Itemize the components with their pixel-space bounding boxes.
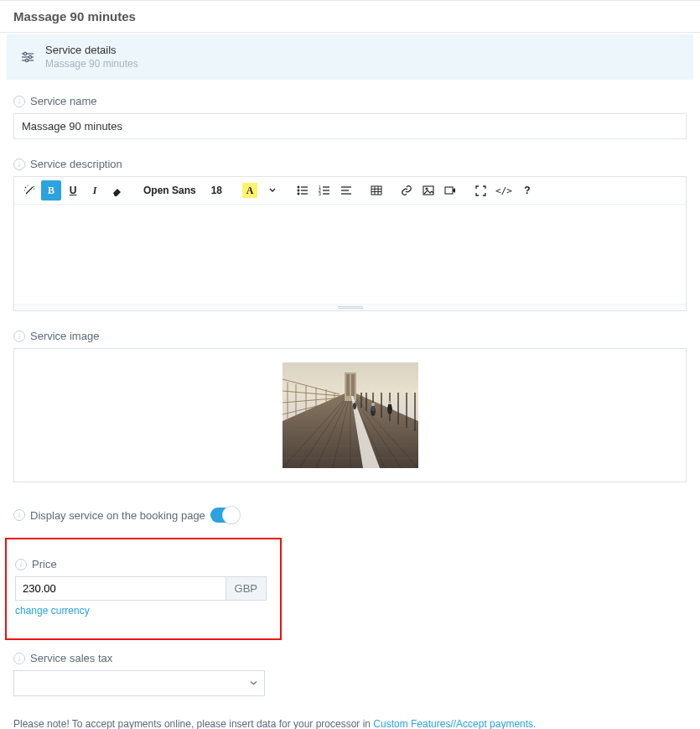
custom-features-link[interactable]: Custom Features//Accept payments. — [373, 718, 536, 729]
service-details-banner: Service details Massage 90 minutes — [7, 34, 693, 80]
service-image-preview — [283, 362, 418, 468]
underline-button[interactable]: U — [63, 180, 83, 200]
code-button[interactable]: </> — [492, 180, 516, 200]
svg-point-1 — [23, 53, 26, 55]
list-ol-button[interactable]: 123 — [314, 180, 334, 200]
text-color-button[interactable]: A — [239, 180, 261, 200]
note-text: Please note! To accept payments online, … — [13, 718, 373, 729]
service-description-label: Service description — [30, 158, 122, 170]
fullscreen-button[interactable] — [470, 180, 490, 200]
svg-rect-21 — [371, 186, 381, 195]
service-name-label: Service name — [30, 95, 96, 107]
align-button[interactable] — [336, 180, 356, 200]
svg-point-63 — [371, 403, 375, 406]
italic-button[interactable]: I — [85, 180, 105, 200]
font-size-select[interactable]: 18 — [205, 180, 229, 200]
svg-point-66 — [388, 401, 391, 404]
rich-text-editor: B U I Open Sans 18 A 123 — [13, 176, 687, 311]
svg-text:3: 3 — [319, 191, 321, 196]
sales-tax-label: Service sales tax — [30, 652, 112, 664]
price-label: Price — [32, 558, 57, 570]
svg-point-8 — [298, 190, 299, 192]
video-button[interactable] — [440, 180, 460, 200]
display-toggle[interactable] — [210, 508, 239, 523]
service-image-field: i Service image — [13, 330, 687, 482]
sales-tax-select[interactable] — [13, 670, 265, 696]
banner-title: Service details — [45, 44, 138, 58]
service-image-label: Service image — [30, 330, 99, 342]
price-section-highlight: i Price GBP change currency — [5, 538, 282, 640]
svg-rect-67 — [388, 404, 391, 409]
svg-rect-28 — [445, 187, 453, 194]
svg-point-68 — [353, 403, 356, 409]
resize-handle[interactable] — [14, 304, 686, 310]
price-input[interactable] — [15, 576, 226, 601]
svg-rect-45 — [346, 374, 350, 396]
service-description-field: i Service description B U I Open Sans 18… — [13, 158, 687, 311]
info-icon[interactable]: i — [13, 331, 25, 342]
link-button[interactable] — [397, 180, 417, 200]
svg-point-27 — [426, 188, 428, 190]
info-icon[interactable]: i — [13, 96, 25, 107]
svg-point-5 — [25, 60, 28, 62]
page-title: Massage 90 minutes — [0, 0, 700, 33]
payments-note: Please note! To accept payments online, … — [13, 718, 687, 729]
magic-icon[interactable] — [19, 180, 39, 200]
info-icon[interactable]: i — [13, 653, 25, 664]
font-family-select[interactable]: Open Sans — [137, 180, 203, 200]
service-name-field: i Service name — [13, 95, 687, 139]
list-ul-button[interactable] — [293, 180, 313, 200]
display-toggle-label: Display service on the booking page — [30, 509, 205, 522]
table-button[interactable] — [366, 180, 386, 200]
info-icon[interactable]: i — [13, 509, 25, 521]
svg-point-3 — [29, 56, 31, 59]
sliders-icon — [20, 49, 35, 65]
eraser-button[interactable] — [106, 180, 127, 200]
svg-rect-46 — [351, 374, 355, 396]
chevron-down-icon[interactable] — [262, 180, 283, 200]
editor-textarea[interactable] — [14, 205, 686, 304]
svg-point-6 — [298, 187, 299, 189]
image-button[interactable] — [418, 180, 438, 200]
sales-tax-field: i Service sales tax — [13, 652, 687, 696]
help-button[interactable]: ? — [517, 180, 537, 200]
image-preview-box[interactable] — [13, 348, 687, 482]
service-name-input[interactable] — [13, 113, 687, 139]
change-currency-link[interactable]: change currency — [15, 605, 90, 617]
svg-rect-64 — [371, 406, 375, 411]
bold-button[interactable]: B — [41, 180, 61, 200]
display-toggle-row: i Display service on the booking page — [13, 508, 687, 523]
info-icon[interactable]: i — [13, 159, 25, 170]
editor-toolbar: B U I Open Sans 18 A 123 — [14, 177, 686, 205]
svg-point-10 — [298, 194, 299, 195]
currency-suffix: GBP — [226, 576, 267, 601]
banner-subtitle: Massage 90 minutes — [45, 58, 138, 71]
info-icon[interactable]: i — [15, 559, 27, 570]
